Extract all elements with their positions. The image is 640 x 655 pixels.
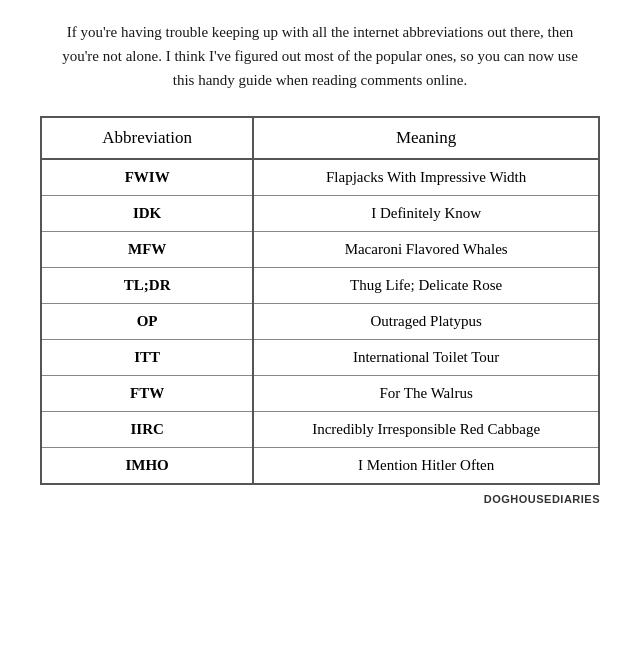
table-row: TL;DRThug Life; Delicate Rose [42, 268, 598, 304]
intro-paragraph: If you're having trouble keeping up with… [60, 20, 580, 92]
table-cell-abbr: FWIW [42, 159, 253, 196]
table-cell-abbr: OP [42, 304, 253, 340]
table-cell-meaning: Flapjacks With Impressive Width [253, 159, 598, 196]
table-cell-meaning: For The Walrus [253, 376, 598, 412]
table-cell-abbr: ITT [42, 340, 253, 376]
col-header-meaning: Meaning [253, 118, 598, 159]
table-cell-abbr: FTW [42, 376, 253, 412]
table-row: IIRCIncredibly Irresponsible Red Cabbage [42, 412, 598, 448]
table-row: FTWFor The Walrus [42, 376, 598, 412]
table-row: IDKI Definitely Know [42, 196, 598, 232]
table-cell-abbr: IDK [42, 196, 253, 232]
table-cell-abbr: TL;DR [42, 268, 253, 304]
table-cell-meaning: Outraged Platypus [253, 304, 598, 340]
table-cell-abbr: IIRC [42, 412, 253, 448]
table-cell-meaning: Macaroni Flavored Whales [253, 232, 598, 268]
table-cell-meaning: I Definitely Know [253, 196, 598, 232]
table-row: IMHOI Mention Hitler Often [42, 448, 598, 484]
attribution-text: DOGHOUSEDIARIES [40, 493, 600, 505]
table-cell-meaning: I Mention Hitler Often [253, 448, 598, 484]
table-cell-abbr: IMHO [42, 448, 253, 484]
table-cell-meaning: International Toilet Tour [253, 340, 598, 376]
table-cell-meaning: Incredibly Irresponsible Red Cabbage [253, 412, 598, 448]
col-header-abbreviation: Abbreviation [42, 118, 253, 159]
table-header-row: Abbreviation Meaning [42, 118, 598, 159]
table-row: OPOutraged Platypus [42, 304, 598, 340]
table-row: MFWMacaroni Flavored Whales [42, 232, 598, 268]
table-cell-abbr: MFW [42, 232, 253, 268]
abbreviation-table: Abbreviation Meaning FWIWFlapjacks With … [42, 118, 598, 483]
table-row: ITTInternational Toilet Tour [42, 340, 598, 376]
table-cell-meaning: Thug Life; Delicate Rose [253, 268, 598, 304]
table-row: FWIWFlapjacks With Impressive Width [42, 159, 598, 196]
abbreviation-table-container: Abbreviation Meaning FWIWFlapjacks With … [40, 116, 600, 485]
table-body: FWIWFlapjacks With Impressive WidthIDKI … [42, 159, 598, 483]
